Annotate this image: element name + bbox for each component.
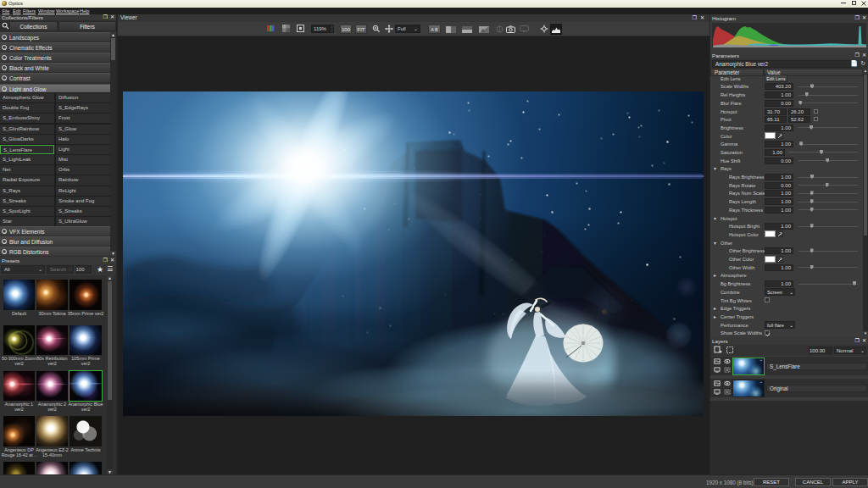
svg-text:A: A [481, 27, 484, 32]
